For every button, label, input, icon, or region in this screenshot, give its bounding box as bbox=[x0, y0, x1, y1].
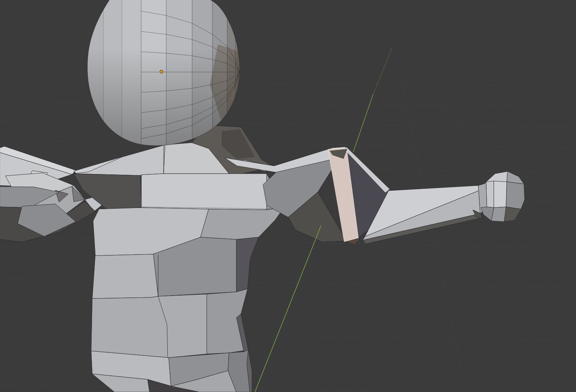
mesh-face bbox=[494, 181, 507, 208]
mesh-face bbox=[91, 294, 207, 358]
object-origin-marker[interactable] bbox=[160, 70, 163, 73]
mesh-face bbox=[92, 254, 158, 299]
mesh-face bbox=[506, 182, 525, 209]
mesh-face bbox=[142, 174, 267, 210]
viewport-3d-scene[interactable] bbox=[0, 0, 576, 392]
mesh-face bbox=[486, 181, 494, 208]
viewport-canvas[interactable] bbox=[0, 0, 576, 392]
mesh-face bbox=[491, 207, 506, 222]
